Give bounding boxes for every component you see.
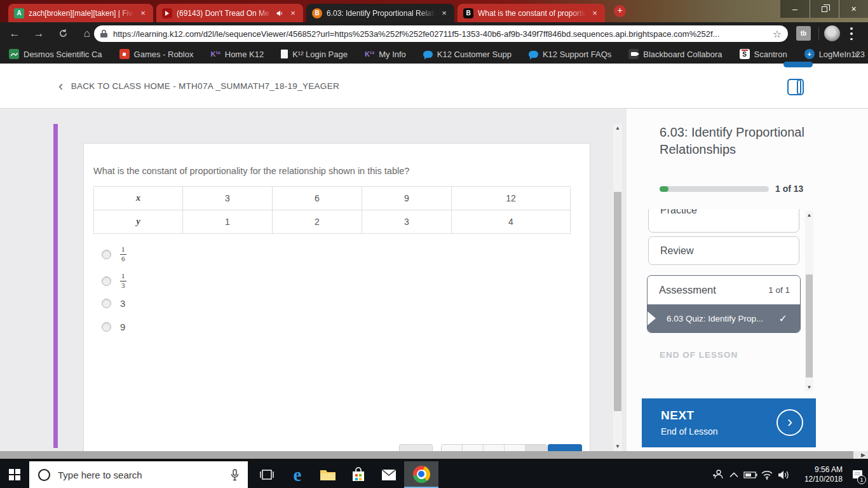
task-view-icon [260,468,274,482]
browser-menu-button[interactable] [850,27,853,40]
outline-item-practice[interactable]: Practice [648,209,799,233]
radio-button[interactable] [102,250,111,259]
task-view-button[interactable] [252,461,282,488]
end-of-lesson-label: END OF LESSON [660,350,738,360]
profile-avatar[interactable] [824,25,840,41]
forward-button[interactable]: → [29,24,48,43]
table-cell: 3 [183,187,273,210]
mail-button[interactable] [374,461,404,488]
scroll-up-arrow[interactable]: ▲ [613,124,622,133]
bookmarks-overflow-chevron[interactable]: » [854,49,859,59]
store-button[interactable] [343,461,374,488]
browser-tab-3[interactable]: B6.03: Identify Proportional Relatio× [306,4,454,22]
outline-item-assessment[interactable]: Assessment 1 of 1 6.03 Quiz: Identify Pr… [647,275,801,333]
pagination-next-button[interactable] [548,444,582,451]
sidebar-toggle-button[interactable] [787,79,804,95]
bookmark-item-2[interactable]: Games - Roblox [119,49,194,59]
bookmark-item-8[interactable]: Blackboard Collabora [628,49,722,59]
option-label: 9 [120,322,125,332]
bookmark-item-5[interactable]: K¹²My Info [365,50,406,59]
volume-icon[interactable] [775,461,792,488]
next-button[interactable]: NEXT End of Lesson › [642,398,816,447]
address-bar[interactable]: https://learning.k12.com/d2l/le/sequence… [94,25,788,42]
minimize-button[interactable]: – [780,0,810,18]
radio-button[interactable] [102,299,111,308]
lesson-progress-bar [660,186,769,192]
system-tray: 9:56 AM 12/10/2018 1 [709,461,868,488]
wifi-icon[interactable] [759,461,775,488]
taskbar-clock[interactable]: 9:56 AM 12/10/2018 [797,465,843,484]
sidebar-scrollbar-thumb[interactable] [806,274,813,377]
lesson-progress-text: 1 of 13 [775,184,803,194]
bookmark-item-6[interactable]: K12 Customer Supp [423,50,512,59]
radio-button[interactable] [102,276,111,286]
answer-option-2[interactable]: 13 [102,271,126,291]
reload-button[interactable] [53,24,72,43]
lesson-progress-fill [660,186,668,192]
tray-overflow-chevron[interactable] [726,461,742,488]
outline-item-review[interactable]: Review [648,236,799,265]
horizontal-scrollbar[interactable]: ▶ [0,451,868,459]
action-center-button[interactable]: 1 [846,461,868,488]
close-button[interactable]: × [839,0,868,18]
browser-tab-2[interactable]: (69143) Don't Tread On Me –× [156,4,303,22]
bookmark-label: K12 Support FAQs [543,50,611,59]
tab-title: (69143) Don't Tread On Me – [177,9,272,18]
window-controls: – × [780,0,868,18]
table-cell: 3 [362,210,452,234]
back-to-class-link[interactable]: ‹ BACK TO CLASS HOME - MTH07A _SUMMATH7_… [58,81,339,91]
cortana-icon [38,469,50,481]
bookmark-item-7[interactable]: K12 Support FAQs [529,50,611,59]
chrome-button[interactable] [404,461,438,488]
start-button[interactable] [0,461,29,488]
bookmark-item-9[interactable]: SScantron [740,49,787,59]
bookmark-item-4[interactable]: K¹² Login Page [281,50,348,59]
tab-close-button[interactable]: × [590,8,599,18]
pagination-pages[interactable] [441,444,547,451]
scroll-right-arrow[interactable]: ▶ [861,451,865,459]
quiz-notch [648,311,656,325]
pagination-prev-button[interactable] [399,444,433,451]
browser-tab-4[interactable]: BWhat is the constant of proportio× [458,4,605,22]
browser-tab-1[interactable]: Azach[broken][male][taken] | Five I× [8,4,153,22]
tab-title: What is the constant of proportio [478,9,586,18]
taskbar-search[interactable] [29,461,248,488]
edge-button[interactable]: e [282,461,313,488]
tab-close-button[interactable]: × [139,8,147,18]
desmos-icon [9,49,19,59]
lesson-title: 6.03: Identify Proportional Relationship… [660,124,818,158]
horizontal-scrollbar-thumb[interactable] [0,451,853,459]
bookmark-label: Blackboard Collabora [643,50,722,59]
question-text: What is the constant of proportionality … [93,166,409,176]
new-tab-button[interactable]: + [614,5,626,17]
radio-button[interactable] [102,322,111,332]
table-cell: 2 [273,210,362,234]
lesson-outline-panel: Practice Review Assessment 1 of 1 6.03 Q… [627,209,868,395]
tab-close-button[interactable]: × [440,8,449,18]
sidebar-scrollbar[interactable]: ▲ ▼ [805,211,813,391]
bookmark-label: Desmos Scientific Ca [24,50,102,59]
bookmark-item-1[interactable]: Desmos Scientific Ca [9,49,102,59]
extension-tb-icon[interactable]: tb [796,26,811,41]
bookmark-item-3[interactable]: K¹²Home K12 [210,50,264,59]
option-label: 3 [120,298,125,309]
answer-option-3[interactable]: 3 [102,297,126,309]
bookmark-star-icon[interactable]: ☆ [773,28,782,40]
content-scrollbar[interactable]: ▲ ▼ [613,124,622,451]
restore-button[interactable] [810,0,839,18]
back-button[interactable]: ← [5,24,24,43]
content-scrollbar-thumb[interactable] [614,192,621,411]
youtube-favicon [162,8,172,18]
file-explorer-button[interactable] [313,461,343,488]
answer-option-4[interactable]: 9 [102,321,126,332]
tab-close-button[interactable]: × [288,8,297,18]
sidebar-scroll-up-arrow[interactable]: ▲ [805,211,813,219]
answer-option-1[interactable]: 16 [102,244,126,264]
battery-icon[interactable] [742,461,759,488]
quiz-item-current[interactable]: 6.03 Quiz: Identify Prop... ✓ [648,304,800,332]
panel-icon-right [797,79,804,95]
search-input[interactable] [58,470,223,480]
scroll-down-arrow[interactable]: ▼ [613,442,622,451]
people-tray-icon[interactable] [709,461,726,488]
sidebar-scroll-down-arrow[interactable]: ▼ [805,383,813,391]
